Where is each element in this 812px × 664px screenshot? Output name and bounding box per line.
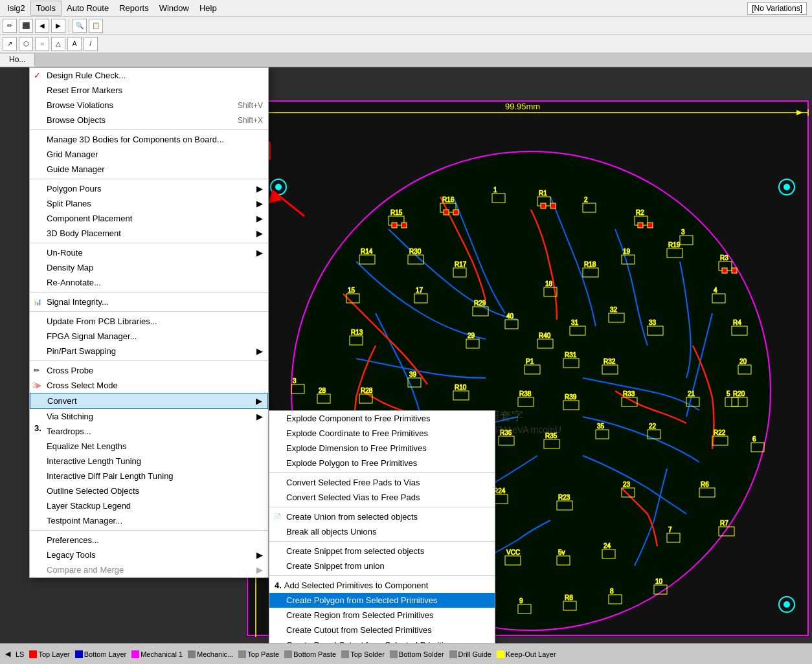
svg-text:R30: R30	[409, 248, 422, 255]
tb2-btn-4[interactable]: △	[51, 37, 65, 51]
menu-drc[interactable]: ✓ Design Rule Check...	[30, 68, 268, 83]
svg-text:R39: R39	[565, 393, 577, 401]
toolbar-btn-5[interactable]: 🔍	[73, 19, 87, 33]
menu-density-map[interactable]: Density Map	[30, 260, 268, 275]
tb2-btn-5[interactable]: A	[67, 37, 82, 51]
svg-text:18: 18	[545, 280, 553, 287]
svg-point-16	[784, 601, 790, 608]
svg-rect-159	[638, 223, 643, 228]
menu-convert[interactable]: Convert ▶	[30, 393, 268, 409]
toolbar-btn-4[interactable]: ▶	[51, 19, 65, 33]
svg-rect-160	[648, 223, 653, 228]
menu-outline[interactable]: Outline Selected Objects	[30, 483, 268, 498]
tab-home[interactable]: Ho...	[0, 54, 35, 67]
create-board-cutout[interactable]: Create Board Cutout from Selected Primit…	[269, 637, 495, 643]
svg-point-14	[784, 184, 790, 190]
menu-testpoint[interactable]: Testpoint Manager...	[30, 513, 268, 528]
svg-rect-162	[732, 268, 737, 273]
svg-rect-161	[722, 268, 727, 273]
svg-text:R1: R1	[539, 190, 547, 197]
menu-manage-3d[interactable]: Manage 3D Bodies for Components on Board…	[30, 132, 268, 147]
menu-legacy-tools[interactable]: Legacy Tools ▶	[30, 548, 268, 562]
toolbar-btn-1[interactable]: ✏	[3, 19, 17, 33]
layer-keepout[interactable]: Keep-Out Layer	[497, 650, 556, 658]
menu-un-route[interactable]: Un-Route ▶	[30, 245, 268, 260]
menu-tools[interactable]: Tools	[30, 1, 62, 16]
step4-label: 4.	[275, 581, 282, 590]
tb2-btn-6[interactable]: /	[84, 37, 98, 51]
menu-reports[interactable]: Reports	[114, 1, 154, 15]
layer-bottom-solder[interactable]: Bottom Solder	[390, 650, 444, 658]
menu-browse-violations[interactable]: Browse Violations Shift+V	[30, 98, 268, 113]
create-union[interactable]: 📄 Create Union from selected objects	[269, 509, 495, 524]
layer-top-solder[interactable]: Top Solder	[341, 650, 385, 658]
menu-cross-select[interactable]: 3▶ Cross Select Mode	[30, 378, 268, 393]
union-icon: 📄	[273, 513, 281, 520]
vias-to-pads[interactable]: Convert Selected Vias to Free Pads	[269, 490, 495, 505]
menu-equalize-net[interactable]: Equalize Net Lengths	[30, 439, 268, 454]
tb2-btn-3[interactable]: ○	[35, 37, 49, 51]
menu-component-placement[interactable]: Component Placement ▶	[30, 211, 268, 226]
snippet-union[interactable]: Create Snippet from union	[269, 559, 495, 573]
menu-layer-stackup[interactable]: Layer Stackup Legend	[30, 498, 268, 513]
tb2-btn-1[interactable]: ↗	[3, 37, 17, 51]
toolbar-btn-6[interactable]: 📋	[89, 19, 103, 33]
menu-autoroute[interactable]: Auto Route	[62, 1, 114, 15]
top-layer-color	[29, 650, 37, 658]
svg-text:3: 3	[681, 228, 685, 236]
svg-text:29: 29	[468, 332, 475, 339]
create-polygon[interactable]: Create Polygon from Selected Primitives	[269, 593, 495, 608]
menu-window[interactable]: Window	[154, 1, 194, 15]
create-region[interactable]: Create Region from Selected Primitives	[269, 608, 495, 623]
menu-browse-objects[interactable]: Browse Objects Shift+X	[30, 113, 268, 127]
layer-bottom-paste[interactable]: Bottom Paste	[284, 650, 336, 658]
menu-via-stitching[interactable]: Via Stitching ▶	[30, 409, 268, 424]
menu-reset-error[interactable]: Reset Error Markers	[30, 83, 268, 98]
menu-update-pcb[interactable]: Update From PCB Libraries...	[30, 314, 268, 329]
menu-diff-pair[interactable]: Interactive Diff Pair Length Tuning	[30, 469, 268, 483]
menu-polygon-pours[interactable]: Polygon Pours ▶	[30, 181, 268, 196]
layer-drill-guide[interactable]: Drill Guide	[449, 650, 491, 658]
menu-cross-probe[interactable]: ✏ Cross Probe	[30, 363, 268, 378]
break-union[interactable]: Break all objects Unions	[269, 524, 495, 539]
svg-text:9: 9	[519, 597, 523, 604]
create-snippet[interactable]: Create Snippet from selected objects	[269, 544, 495, 559]
menu-3d-body[interactable]: 3D Body Placement ▶	[30, 226, 268, 241]
svg-text:R22: R22	[714, 429, 726, 436]
create-cutout[interactable]: Create Cutout from Selected Primitives	[269, 623, 495, 637]
explode-comp[interactable]: Explode Component to Free Primitives	[269, 411, 495, 426]
tb2-btn-2[interactable]: ⬡	[19, 37, 33, 51]
menu-help[interactable]: Help	[194, 1, 222, 15]
menu-guide-manager[interactable]: Guide Manager	[30, 162, 268, 177]
menu-signal-integrity[interactable]: 📊 Signal Integrity...	[30, 294, 268, 309]
add-primitives[interactable]: 4. Add Selected Primitives to Component	[269, 578, 495, 593]
explode-poly[interactable]: Explode Polygon to Free Primitives	[269, 456, 495, 470]
svg-text:35: 35	[597, 423, 605, 430]
scroll-left-btn[interactable]: ◀	[5, 650, 10, 658]
menu-grid-manager[interactable]: Grid Manager	[30, 147, 268, 162]
layer-top-paste[interactable]: Top Paste	[238, 650, 279, 658]
menu-pin-part[interactable]: Pin/Part Swapping ▶	[30, 344, 268, 359]
layer-bottom[interactable]: Bottom Layer	[75, 650, 126, 658]
layer-mech1[interactable]: Mechanical 1	[131, 650, 183, 658]
layer-mech2[interactable]: Mechanic...	[188, 650, 233, 658]
toolbar-btn-3[interactable]: ◀	[35, 19, 49, 33]
pads-to-vias[interactable]: Convert Selected Free Pads to Vias	[269, 475, 495, 490]
menu-interactive-length[interactable]: Interactive Length Tuning	[30, 454, 268, 469]
svg-text:6: 6	[752, 436, 756, 443]
menu-preferences[interactable]: Preferences...	[30, 533, 268, 548]
toolbar-btn-2[interactable]: ⬛	[19, 19, 33, 33]
menu-teardrops[interactable]: Teardrops...	[30, 424, 268, 439]
tools-dropdown: ✓ Design Rule Check... Reset Error Marke…	[29, 67, 269, 578]
menu-fpga[interactable]: FPGA Signal Manager...	[30, 329, 268, 344]
explode-dim[interactable]: Explode Dimension to Free Primitives	[269, 441, 495, 456]
layer-top[interactable]: Top Layer	[29, 650, 69, 658]
svg-text:17: 17	[416, 287, 423, 294]
no-variations-select[interactable]: [No Variations]	[747, 2, 807, 15]
explode-coord[interactable]: Explode Coordinate to Free Primitives	[269, 426, 495, 441]
menu-isig2[interactable]: isig2	[3, 1, 30, 15]
menu-split-planes[interactable]: Split Planes ▶	[30, 196, 268, 211]
menu-re-annotate[interactable]: Re-Annotate...	[30, 275, 268, 290]
convert-submenu: Explode Component to Free Primitives Exp…	[269, 410, 495, 643]
menu-compare-merge[interactable]: Compare and Merge ▶	[30, 562, 268, 577]
